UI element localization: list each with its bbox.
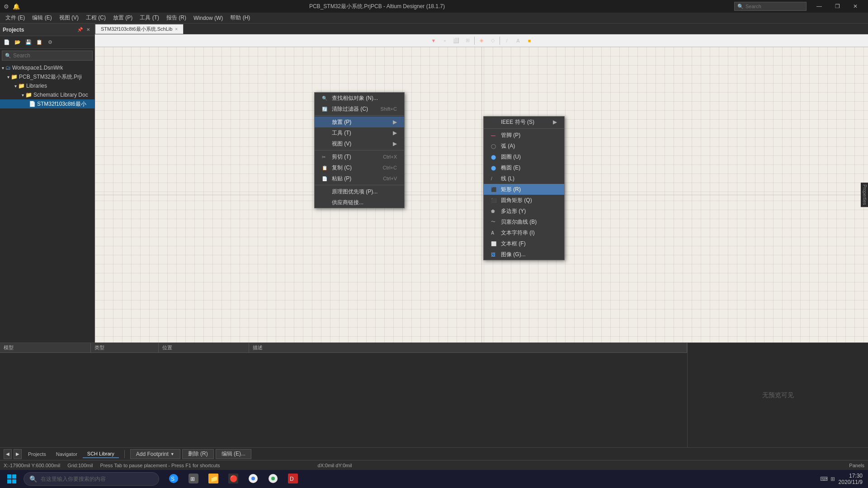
tree-project[interactable]: ▾ 📁 PCB_STM32最小系统.Prji bbox=[0, 72, 94, 81]
search-input[interactable] bbox=[13, 52, 90, 59]
ctx-sep2 bbox=[315, 150, 404, 150]
save-all-btn[interactable]: 📋 bbox=[34, 38, 44, 47]
sub-text[interactable]: A 文本字符串 (I) bbox=[484, 227, 564, 238]
title-search[interactable]: 🔍 bbox=[734, 2, 807, 11]
projects-panel: Projects 📌 ✕ 📄 📂 💾 📋 ⚙ 🔍 ▾ � bbox=[0, 23, 95, 343]
filter-btn[interactable]: ▼ bbox=[428, 36, 439, 46]
menu-window[interactable]: Window (W) bbox=[190, 14, 226, 22]
ctx-clear-filter[interactable]: 🔄 清除过滤器 (C) Shift+C bbox=[315, 103, 404, 114]
menu-edit[interactable]: 编辑 (E) bbox=[28, 13, 55, 23]
align-btn[interactable]: ⊞ bbox=[462, 36, 473, 46]
taskbar: 🔍 在这里输入你要搜索的内容 S ⊞ 📁 🔴 D ⌨ ⊞ bbox=[0, 470, 868, 488]
tab-navigator[interactable]: Navigator bbox=[52, 450, 82, 458]
tab-sch-library[interactable]: SCH Library bbox=[83, 450, 119, 458]
clock-date: 2020/11/9 bbox=[839, 479, 863, 485]
tab-projects[interactable]: Projects bbox=[24, 450, 51, 458]
ctx-copy-label: 复制 (C) bbox=[332, 164, 352, 172]
delta-display: dX:0mil dY:0mil bbox=[318, 463, 352, 468]
canvas-area[interactable]: 🔍 查找相似对象 (N)... 🔄 清除过滤器 (C) Shift+C 放置 (… bbox=[95, 47, 868, 343]
menu-tools[interactable]: 工具 (T) bbox=[136, 13, 163, 23]
ctx-sch-prefs[interactable]: 原理图优先项 (P)... bbox=[315, 186, 404, 197]
sub-textbox[interactable]: ⬜ 文本框 (F) bbox=[484, 238, 564, 249]
properties-tab[interactable]: Properties bbox=[862, 184, 867, 205]
col-type: 类型 bbox=[90, 343, 158, 353]
close-button[interactable]: ✕ bbox=[846, 0, 864, 13]
highlight-btn[interactable]: ◈ bbox=[476, 36, 487, 46]
sub-rect[interactable]: ⬛ 矩形 (R) bbox=[484, 184, 564, 195]
open-btn[interactable]: 📂 bbox=[13, 38, 23, 47]
restore-button[interactable]: ❐ bbox=[828, 0, 846, 13]
sub-line[interactable]: / 线 (L) bbox=[484, 173, 564, 184]
svg-text:D: D bbox=[290, 476, 294, 482]
add-btn[interactable]: + bbox=[439, 36, 450, 46]
sub-ieee[interactable]: IEEE 符号 (S) ▶ bbox=[484, 117, 564, 127]
line-btn[interactable]: / bbox=[501, 36, 512, 46]
menu-project[interactable]: 工程 (C) bbox=[82, 13, 109, 23]
sub-arc[interactable]: ◯ 弧 (A) bbox=[484, 141, 564, 151]
sub-roundrect[interactable]: ⬛ 圆角矩形 (Q) bbox=[484, 195, 564, 206]
search-box[interactable]: 🔍 bbox=[2, 51, 93, 61]
save-btn[interactable]: 💾 bbox=[24, 38, 33, 47]
add-footprint-btn[interactable]: Add Footprint ▼ bbox=[130, 449, 180, 459]
tree-schematic-lib[interactable]: ▾ 📁 Schematic Library Doc bbox=[0, 90, 94, 99]
taskbar-app-chrome2[interactable] bbox=[264, 470, 282, 488]
panels-btn[interactable]: Panels bbox=[849, 463, 864, 468]
minimize-button[interactable]: — bbox=[810, 0, 828, 13]
sub-bezier[interactable]: 〜 贝塞尔曲线 (B) bbox=[484, 216, 564, 227]
taskbar-app-search[interactable]: S bbox=[165, 470, 183, 488]
menu-report[interactable]: 报告 (R) bbox=[163, 13, 190, 23]
start-button[interactable] bbox=[2, 470, 22, 488]
panel-close-btn[interactable]: ✕ bbox=[85, 26, 92, 33]
rect-btn[interactable]: ⬜ bbox=[451, 36, 462, 46]
notification-area[interactable]: 17:30 2020/11/9 bbox=[839, 473, 863, 485]
edit-btn[interactable]: 编辑 (E)... bbox=[216, 449, 251, 459]
eraser-btn[interactable]: ◇ bbox=[487, 36, 498, 46]
taskbar-app-app2[interactable]: D bbox=[284, 470, 302, 488]
color-btn[interactable]: ■ bbox=[524, 36, 535, 46]
ctx-view[interactable]: 视图 (V) ▶ bbox=[315, 138, 404, 149]
delete-btn[interactable]: 删除 (R) bbox=[182, 449, 214, 459]
text-btn[interactable]: A bbox=[513, 36, 524, 46]
menu-help[interactable]: 帮助 (H) bbox=[226, 13, 254, 23]
ctx-clear-filter-shortcut: Shift+C bbox=[372, 106, 397, 112]
editor-toolbar: ▼ + ⬜ ⊞ ◈ ◇ / A ■ bbox=[95, 34, 868, 47]
ctx-copy[interactable]: 📋 复制 (C) Ctrl+C bbox=[315, 162, 404, 173]
tree-file[interactable]: 📄 STM32f103c8t6最小 bbox=[0, 99, 94, 108]
title-search-input[interactable] bbox=[745, 4, 791, 9]
sub-polygon-icon: ⬟ bbox=[491, 209, 498, 214]
sub-circle[interactable]: ⬤ 圆圈 (U) bbox=[484, 151, 564, 162]
taskbar-search[interactable]: 🔍 在这里输入你要搜索的内容 bbox=[24, 472, 159, 486]
menu-view[interactable]: 视图 (V) bbox=[56, 13, 82, 23]
tree-workspace[interactable]: ▾ 🗂 Workspace1.DsnWrk bbox=[0, 63, 94, 72]
sub-image[interactable]: 🖼 图像 (G)... bbox=[484, 249, 564, 260]
nav-prev-btn[interactable]: ◀ bbox=[4, 449, 12, 459]
menu-place[interactable]: 放置 (P) bbox=[109, 13, 136, 23]
tab-close-btn[interactable]: × bbox=[175, 27, 178, 32]
menu-file[interactable]: 文件 (E) bbox=[2, 13, 28, 23]
taskbar-app-explorer[interactable]: 📁 bbox=[204, 470, 222, 488]
new-btn[interactable]: 📄 bbox=[2, 38, 12, 47]
sub-polygon[interactable]: ⬟ 多边形 (Y) bbox=[484, 206, 564, 216]
ctx-find-similar[interactable]: 🔍 查找相似对象 (N)... bbox=[315, 93, 404, 103]
panel-pin-btn[interactable]: 📌 bbox=[76, 26, 84, 33]
project-tree: ▾ 🗂 Workspace1.DsnWrk ▾ 📁 PCB_STM32最小系统.… bbox=[0, 62, 94, 343]
ctx-cut[interactable]: ✂ 剪切 (T) Ctrl+X bbox=[315, 151, 404, 162]
taskbar-app-store[interactable]: ⊞ bbox=[184, 470, 203, 488]
nav-next-btn[interactable]: ▶ bbox=[14, 449, 22, 459]
taskbar-app-chrome[interactable] bbox=[244, 470, 262, 488]
settings-btn[interactable]: ⚙ bbox=[45, 38, 55, 47]
col-position: 位置 bbox=[158, 343, 249, 353]
ctx-tools[interactable]: 工具 (T) ▶ bbox=[315, 127, 404, 138]
taskbar-app-app1[interactable]: 🔴 bbox=[224, 470, 242, 488]
toolbar-sep2 bbox=[500, 37, 500, 45]
ctx-paste[interactable]: 📄 粘贴 (P) Ctrl+V bbox=[315, 173, 404, 184]
sub-pin[interactable]: — 管脚 (P) bbox=[484, 130, 564, 141]
ctx-supplier[interactable]: 供应商链接... bbox=[315, 197, 404, 208]
active-tab[interactable]: STM32f103c8t6最小系统.SchLib × bbox=[95, 24, 184, 34]
ctx-place[interactable]: 放置 (P) ▶ bbox=[315, 117, 404, 127]
tree-libraries[interactable]: ▾ 📁 Libraries bbox=[0, 81, 94, 90]
sub-ellipse[interactable]: ⬤ 椭圆 (E) bbox=[484, 162, 564, 173]
clear-filter-icon: 🔄 bbox=[322, 107, 329, 112]
sub-pin-label: 管脚 (P) bbox=[501, 131, 520, 139]
system-icons: ⌨ ⊞ bbox=[820, 476, 835, 482]
